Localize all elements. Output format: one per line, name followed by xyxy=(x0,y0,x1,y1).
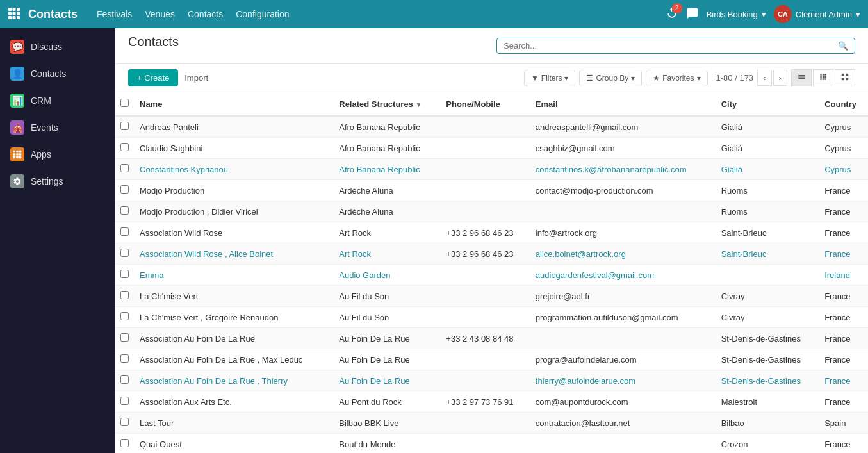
contact-city-link[interactable]: Saint-Brieuc xyxy=(721,249,767,259)
contact-structure-link[interactable]: Au Foin De La Rue xyxy=(339,376,410,386)
nav-venues[interactable]: Venues xyxy=(145,9,175,19)
contact-email-link[interactable]: audiogardenfestival@gmail.com xyxy=(536,270,654,280)
row-checkbox-cell xyxy=(115,370,135,391)
list-view-button[interactable] xyxy=(791,69,812,86)
sidebar-item-discuss[interactable]: 💬 Discuss xyxy=(0,33,115,60)
import-button[interactable]: Import xyxy=(184,73,208,83)
filters-button[interactable]: ▼ Filters ▾ xyxy=(524,70,576,86)
table-container: Name Related Structures ▼ Phone/Mobile E… xyxy=(115,92,868,453)
row-email-cell: alice.boinet@artrock.org xyxy=(530,243,716,265)
row-checkbox[interactable] xyxy=(120,249,129,257)
row-checkbox[interactable] xyxy=(120,143,129,151)
next-page-button[interactable]: › xyxy=(773,70,787,86)
row-checkbox[interactable] xyxy=(120,122,129,130)
row-phone-cell: +33 2 97 73 76 91 xyxy=(441,391,530,413)
contact-country: France xyxy=(824,397,850,407)
row-name-cell: Quai Ouest xyxy=(135,434,334,454)
row-phone-cell: +33 2 96 68 46 23 xyxy=(441,222,530,243)
groupby-button[interactable]: ☰ Group By ▾ xyxy=(579,70,642,86)
user-menu-birds[interactable]: Birds Booking ▾ xyxy=(707,10,766,19)
sidebar-item-events[interactable]: 🎪 Events xyxy=(0,114,115,141)
row-phone-cell xyxy=(441,201,530,222)
sidebar-item-apps[interactable]: Apps xyxy=(0,141,115,168)
search-icon[interactable]: 🔍 xyxy=(838,41,848,51)
contact-city-link[interactable]: St-Denis-de-Gastines xyxy=(721,376,801,386)
svg-rect-9 xyxy=(13,151,16,153)
row-checkbox[interactable] xyxy=(120,291,129,299)
row-checkbox[interactable] xyxy=(120,164,129,172)
nav-contacts[interactable]: Contacts xyxy=(188,9,223,19)
sidebar-item-settings[interactable]: Settings xyxy=(0,168,115,195)
col-country: Country xyxy=(819,92,868,116)
grid-view-button[interactable] xyxy=(835,69,855,86)
table-row: Modjo Production , Didier Viricel Ardèch… xyxy=(115,201,868,222)
select-all-checkbox[interactable] xyxy=(120,99,129,107)
nav-festivals[interactable]: Festivals xyxy=(97,9,132,19)
contact-country: France xyxy=(824,334,850,343)
contact-name: Quai Ouest xyxy=(140,440,182,449)
refresh-icon[interactable]: 2 xyxy=(666,7,678,22)
row-checkbox[interactable] xyxy=(120,185,129,194)
contact-structure-link[interactable]: Afro Banana Republic xyxy=(339,165,420,174)
contact-city: Civray xyxy=(721,313,745,322)
contact-city-link[interactable]: Gialiá xyxy=(721,165,742,174)
row-name-cell: Association Au Foin De La Rue , Max Ledu… xyxy=(135,349,334,370)
row-structure-cell: Afro Banana Republic xyxy=(334,138,441,159)
row-email-cell: thierry@aufoindelarue.com xyxy=(530,370,716,391)
contact-email-link[interactable]: thierry@aufoindelarue.com xyxy=(536,376,635,386)
row-email-cell: constantinos.k@afrobananarepublic.com xyxy=(530,159,716,180)
contact-country-link[interactable]: France xyxy=(824,376,850,386)
chat-icon[interactable] xyxy=(686,7,699,22)
row-name-cell: Association Au Foin De La Rue , Thierry xyxy=(135,370,334,391)
col-name: Name xyxy=(135,92,334,116)
table-row: Association Wild Rose , Alice Boinet Art… xyxy=(115,243,868,265)
row-checkbox[interactable] xyxy=(120,227,129,236)
create-button[interactable]: + Create xyxy=(128,69,178,86)
row-phone-cell xyxy=(441,159,530,180)
row-checkbox[interactable] xyxy=(120,206,129,215)
contact-name-link[interactable]: Emma xyxy=(140,270,164,280)
row-email-cell: andreaspantelli@gmail.com xyxy=(530,116,716,138)
row-name-cell: Association Wild Rose xyxy=(135,222,334,243)
contact-name-link[interactable]: Association Au Foin De La Rue , Thierry xyxy=(140,376,288,386)
sidebar-item-crm[interactable]: 📊 CRM xyxy=(0,87,115,114)
svg-rect-15 xyxy=(13,156,16,159)
row-checkbox[interactable] xyxy=(120,375,129,384)
contact-name-link[interactable]: Association Wild Rose , Alice Boinet xyxy=(140,249,273,259)
row-checkbox[interactable] xyxy=(120,439,129,447)
row-structure-cell: Au Foin De La Rue xyxy=(334,349,441,370)
sidebar-item-contacts[interactable]: 👤 Contacts xyxy=(0,60,115,87)
row-checkbox[interactable] xyxy=(120,312,129,320)
nav-configuration[interactable]: Configuration xyxy=(236,9,289,19)
contact-email-link[interactable]: alice.boinet@artrock.org xyxy=(536,249,626,259)
row-checkbox[interactable] xyxy=(120,354,129,363)
contact-structure: Afro Banana Republic xyxy=(339,122,420,132)
row-checkbox[interactable] xyxy=(120,333,129,342)
contact-email-link[interactable]: constantinos.k@afrobananarepublic.com xyxy=(536,165,687,174)
contact-country-link[interactable]: Ireland xyxy=(824,270,850,280)
user-menu-admin[interactable]: CA Clément Admin ▾ xyxy=(774,5,860,23)
contact-country: France xyxy=(824,440,850,449)
contact-city: St-Denis-de-Gastines xyxy=(721,334,801,343)
kanban-view-button[interactable] xyxy=(813,69,833,86)
sidebar-label-contacts: Contacts xyxy=(31,69,66,79)
row-city-cell: Bilbao xyxy=(716,413,819,434)
row-checkbox[interactable] xyxy=(120,270,129,278)
contact-structure-link[interactable]: Audio Garden xyxy=(339,270,390,280)
row-checkbox-cell xyxy=(115,159,135,180)
col-city: City xyxy=(716,92,819,116)
top-nav: Contacts Festivals Venues Contacts Confi… xyxy=(0,0,868,28)
favorites-button[interactable]: ★ Favorites ▾ xyxy=(646,70,707,86)
contact-structure-link[interactable]: Art Rock xyxy=(339,249,371,259)
search-input[interactable] xyxy=(504,41,838,51)
row-checkbox[interactable] xyxy=(120,418,129,426)
row-checkbox[interactable] xyxy=(120,397,129,405)
contact-structure: Art Rock xyxy=(339,228,371,238)
contact-country-link[interactable]: Cyprus xyxy=(824,165,851,174)
contact-name-link[interactable]: Constantinos Kyprianou xyxy=(140,165,228,174)
prev-page-button[interactable]: ‹ xyxy=(757,70,771,86)
apps-grid-icon[interactable] xyxy=(8,7,20,22)
row-structure-cell: Art Rock xyxy=(334,222,441,243)
row-checkbox-cell xyxy=(115,180,135,201)
contact-country-link[interactable]: France xyxy=(824,249,850,259)
